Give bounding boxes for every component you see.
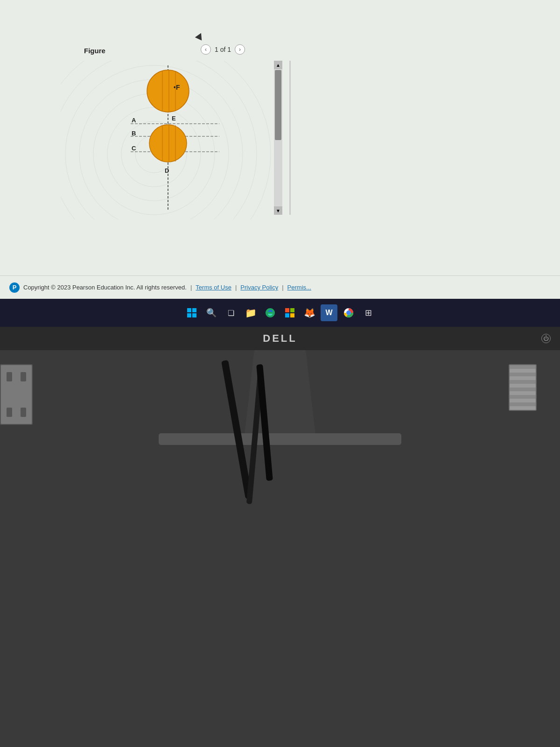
next-page-button[interactable]: › — [235, 44, 245, 55]
svg-text:A: A — [132, 117, 136, 124]
outlet-slot-4 — [21, 408, 26, 417]
scroll-up-button[interactable]: ▲ — [274, 61, 282, 69]
monitor-bezel: DELL ⏻ — [0, 327, 560, 350]
svg-text:C: C — [132, 145, 136, 152]
task-view-button[interactable]: ❏ — [223, 304, 239, 321]
chrome-button[interactable] — [340, 304, 357, 321]
monitor-stand-base — [159, 433, 401, 445]
windows-start-button[interactable] — [183, 304, 200, 321]
svg-point-21 — [149, 125, 187, 162]
outlet-slot-1 — [7, 372, 12, 381]
pearson-logo: P — [9, 282, 20, 293]
figure-label: Figure — [84, 47, 105, 55]
page-indicator: 1 of 1 — [215, 46, 231, 53]
copyright-text: Copyright © 2023 Pearson Education Inc. … — [23, 284, 187, 291]
svg-rect-26 — [187, 308, 191, 312]
pagination-controls[interactable]: ‹ 1 of 1 › — [201, 44, 245, 55]
outlet-slot-2 — [21, 372, 26, 381]
monitor-screen: Figure ‹ 1 of 1 › •F E A B C — [0, 0, 560, 327]
desk-area: F1 F2 F3 F4 F5 F6 F7 F8 F9 🔍 F10 ⏮ F11 ▶… — [0, 350, 560, 747]
svg-rect-32 — [285, 313, 289, 317]
svg-rect-28 — [187, 313, 191, 317]
panel-texture — [510, 365, 536, 410]
separator-2: | — [235, 284, 237, 291]
content-divider — [289, 61, 291, 215]
scrollbar-track[interactable]: ▲ ▼ — [274, 61, 282, 215]
terms-of-use-link[interactable]: Terms of Use — [196, 284, 231, 291]
separator-3: | — [282, 284, 283, 291]
permissions-link[interactable]: Permis... — [287, 284, 311, 291]
svg-point-9 — [147, 70, 189, 112]
svg-point-35 — [346, 310, 351, 315]
svg-text:•F: •F — [174, 84, 180, 91]
file-explorer-button[interactable]: 📁 — [242, 304, 259, 321]
dell-logo: DELL — [263, 332, 297, 345]
svg-text:E: E — [172, 115, 176, 122]
svg-rect-33 — [290, 313, 294, 317]
wall-outlet — [0, 364, 33, 425]
prev-page-button[interactable]: ‹ — [201, 44, 211, 55]
svg-rect-29 — [192, 313, 196, 317]
mouse-cursor — [195, 31, 204, 40]
svg-text:B: B — [132, 130, 136, 137]
scroll-down-button[interactable]: ▼ — [274, 206, 282, 215]
copyright-bar: P Copyright © 2023 Pearson Education Inc… — [0, 275, 560, 299]
separator-1: | — [190, 284, 192, 291]
monitor-stand-neck — [229, 350, 331, 439]
search-button[interactable]: 🔍 — [203, 304, 220, 321]
store-button[interactable] — [281, 304, 298, 321]
physics-diagram: •F E A B C D — [93, 65, 257, 210]
firefox-button[interactable]: 🦊 — [301, 304, 318, 321]
svg-rect-30 — [285, 308, 289, 312]
scrollbar-thumb[interactable] — [275, 70, 281, 140]
outlet-slot-3 — [7, 408, 12, 417]
svg-text:D: D — [165, 167, 169, 174]
word-button[interactable]: W — [321, 304, 337, 321]
extra-app-button[interactable]: ⊞ — [360, 304, 377, 321]
edge-button[interactable] — [262, 304, 279, 321]
right-panel — [509, 364, 537, 411]
privacy-policy-link[interactable]: Privacy Policy — [240, 284, 278, 291]
svg-rect-31 — [290, 308, 294, 312]
svg-rect-27 — [192, 308, 196, 312]
taskbar: 🔍 ❏ 📁 🦊 W — [0, 299, 560, 327]
monitor-power-button[interactable]: ⏻ — [541, 334, 551, 343]
